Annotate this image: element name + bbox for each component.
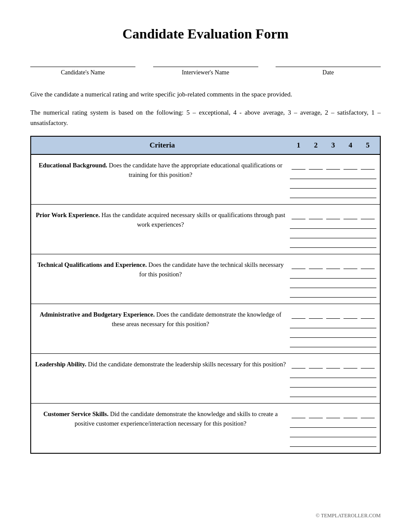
comment-line: [290, 381, 376, 388]
rating-boxes-customer: [290, 410, 376, 418]
rating-header-4: 4: [343, 141, 358, 150]
criteria-desc-technical: Does the candidate have the technical sk…: [139, 261, 284, 278]
rating-box-4[interactable]: [344, 261, 357, 269]
rating-box-5[interactable]: [361, 162, 375, 170]
rating-box-4[interactable]: [344, 162, 357, 170]
rating-box-3[interactable]: [326, 361, 340, 369]
criteria-bold-admin: Administrative and Budgetary Experience.: [40, 311, 155, 318]
rating-header-2: 2: [308, 141, 324, 150]
criteria-bold-leadership: Leadership Ability.: [35, 361, 86, 368]
criteria-text-educational: Educational Background. Does the candida…: [35, 161, 290, 198]
criteria-desc-leadership: Did the candidate demonstrate the leader…: [87, 361, 286, 368]
comment-line: [290, 223, 376, 229]
candidate-name-field: Candidate's Name: [30, 59, 135, 76]
rating-box-1[interactable]: [292, 212, 305, 219]
candidate-name-label: Candidate's Name: [61, 69, 105, 76]
rating-box-4[interactable]: [344, 361, 357, 369]
candidate-name-line: [30, 59, 135, 67]
rating-box-1[interactable]: [292, 361, 305, 369]
criteria-text-customer: Customer Service Skills. Did the candida…: [35, 410, 290, 447]
rating-boxes-admin: [290, 311, 376, 319]
comment-line: [290, 372, 376, 378]
rating-section-leadership: [290, 360, 376, 397]
comment-line: [290, 422, 376, 428]
comment-line: [290, 322, 376, 328]
rating-box-2[interactable]: [309, 212, 323, 219]
criteria-desc-work-exp: Has the candidate acquired necessary ski…: [100, 212, 285, 228]
rating-header-3: 3: [325, 141, 341, 150]
rating-box-1[interactable]: [292, 311, 305, 319]
table-row: Administrative and Budgetary Experience.…: [31, 304, 380, 354]
comment-lines-educational: [290, 173, 376, 198]
comment-line: [290, 232, 376, 238]
rating-box-3[interactable]: [326, 311, 340, 319]
comment-line: [290, 341, 376, 347]
table-row: Prior Work Experience. Has the candidate…: [31, 205, 380, 254]
interviewer-name-line: [153, 59, 258, 67]
rating-section-customer: [290, 410, 376, 447]
rating-section-admin: [290, 310, 376, 347]
rating-boxes-work-exp: [290, 212, 376, 219]
table-row: Customer Service Skills. Did the candida…: [31, 404, 380, 453]
table-row: Technical Qualifications and Experience.…: [31, 254, 380, 304]
criteria-text-work-exp: Prior Work Experience. Has the candidate…: [35, 211, 290, 248]
instruction-1: Give the candidate a numerical rating an…: [30, 89, 381, 99]
table-row: Leadership Ability. Did the candidate de…: [31, 354, 380, 404]
page-title: Candidate Evaluation Form: [30, 26, 381, 42]
comment-lines-admin: [290, 322, 376, 347]
instruction-2: The numerical rating system is based on …: [30, 107, 381, 128]
comment-line: [290, 332, 376, 338]
rating-box-5[interactable]: [361, 410, 375, 418]
rating-box-1[interactable]: [292, 261, 305, 269]
rating-box-2[interactable]: [309, 261, 323, 269]
rating-box-3[interactable]: [326, 261, 340, 269]
rating-box-3[interactable]: [326, 212, 340, 219]
rating-box-3[interactable]: [326, 162, 340, 170]
date-line: [276, 59, 381, 67]
evaluation-table: Criteria 1 2 3 4 5 Educational Backgroun…: [30, 136, 381, 454]
rating-section-technical: [290, 260, 376, 298]
rating-box-3[interactable]: [326, 410, 340, 418]
rating-box-4[interactable]: [344, 212, 357, 219]
interviewer-name-label: Interviewer's Name: [182, 69, 229, 76]
criteria-bold-work-exp: Prior Work Experience.: [36, 212, 100, 218]
criteria-bold-customer: Customer Service Skills.: [43, 410, 109, 417]
comment-line: [290, 441, 376, 447]
rating-box-2[interactable]: [309, 311, 323, 319]
interviewer-name-field: Interviewer's Name: [153, 59, 258, 76]
criteria-text-technical: Technical Qualifications and Experience.…: [35, 260, 290, 298]
rating-box-4[interactable]: [344, 410, 357, 418]
rating-box-1[interactable]: [292, 410, 305, 418]
rating-header-1: 1: [291, 141, 306, 150]
comment-line: [290, 282, 376, 288]
rating-boxes-technical: [290, 261, 376, 269]
comment-lines-leadership: [290, 372, 376, 397]
comment-line: [290, 292, 376, 298]
comment-line: [290, 192, 376, 198]
date-field: Date: [276, 59, 381, 76]
table-header: Criteria 1 2 3 4 5: [31, 137, 380, 155]
rating-box-5[interactable]: [361, 261, 375, 269]
rating-box-5[interactable]: [361, 361, 375, 369]
rating-section-work-exp: [290, 211, 376, 248]
criteria-text-leadership: Leadership Ability. Did the candidate de…: [35, 360, 290, 397]
criteria-text-admin: Administrative and Budgetary Experience.…: [35, 310, 290, 347]
comment-lines-technical: [290, 272, 376, 298]
rating-box-5[interactable]: [361, 311, 375, 319]
rating-box-2[interactable]: [309, 361, 323, 369]
rating-section-educational: [290, 161, 376, 198]
comment-line: [290, 173, 376, 179]
rating-box-2[interactable]: [309, 162, 323, 170]
rating-header-5: 5: [360, 141, 376, 150]
comment-line: [290, 242, 376, 248]
criteria-desc-educational: Does the candidate have the appropriate …: [107, 162, 283, 178]
rating-box-4[interactable]: [344, 311, 357, 319]
header-ratings: 1 2 3 4 5: [290, 141, 376, 150]
fields-row: Candidate's Name Interviewer's Name Date: [30, 59, 381, 76]
comment-lines-work-exp: [290, 223, 376, 248]
rating-box-2[interactable]: [309, 410, 323, 418]
rating-box-1[interactable]: [292, 162, 305, 170]
comment-line: [290, 183, 376, 189]
rating-box-5[interactable]: [361, 212, 375, 219]
criteria-bold-technical: Technical Qualifications and Experience.: [37, 261, 147, 268]
